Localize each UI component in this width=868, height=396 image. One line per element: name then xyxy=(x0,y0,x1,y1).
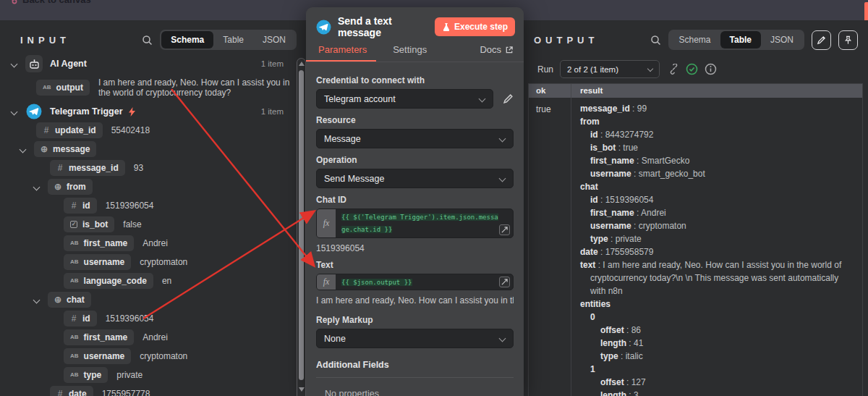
schema-field-row[interactable]: #date1755957778 xyxy=(0,384,297,396)
reply-markup-value: None xyxy=(324,334,346,344)
field-pill[interactable]: ABoutput xyxy=(36,80,90,96)
schema-field-row[interactable]: ABtypeprivate xyxy=(0,366,297,384)
text-label: Text xyxy=(316,260,514,270)
output-tab-schema[interactable]: Schema xyxy=(670,31,720,49)
schema-field-row[interactable]: #id1519396054 xyxy=(0,309,297,328)
flask-icon xyxy=(442,22,451,32)
field-pill[interactable]: ABlanguage_code xyxy=(64,273,153,289)
field-pill[interactable]: ABfirst_name xyxy=(64,235,134,251)
scroll-down-arrow[interactable] xyxy=(299,387,305,392)
field-value: 55402418 xyxy=(111,125,150,135)
result-key: date xyxy=(580,247,598,257)
credential-select[interactable]: Telegram account xyxy=(316,89,493,109)
schema-node-row[interactable]: Telegram Trigger1 item xyxy=(0,102,297,121)
field-pill[interactable]: ABfirst_name xyxy=(64,329,134,345)
output-tab-table[interactable]: Table xyxy=(720,31,761,49)
field-pill[interactable]: ABusername xyxy=(64,254,131,270)
chevron-down-icon[interactable] xyxy=(11,108,18,115)
result-field-row: username : cryptomaton xyxy=(580,219,855,232)
chevron-down-icon xyxy=(499,175,506,182)
field-pill[interactable]: #id xyxy=(64,311,97,327)
chevron-down-icon[interactable] xyxy=(20,146,27,153)
field-pill[interactable]: ✓is_bot xyxy=(64,216,114,232)
schema-field-row[interactable]: ABlanguage_codeen xyxy=(0,271,297,290)
operation-value: Send Message xyxy=(324,174,384,184)
chat-id-expression-input[interactable]: fx {{ $('Telegram Trigger').item.json.me… xyxy=(316,208,514,238)
result-key: 0 xyxy=(590,312,595,322)
chevron-down-icon[interactable] xyxy=(33,183,41,190)
scroll-up-arrow[interactable] xyxy=(299,62,305,66)
field-pill[interactable]: ABusername xyxy=(64,348,131,364)
schema-field-row[interactable]: ABfirst_nameAndrei xyxy=(0,234,297,253)
input-tab-schema[interactable]: Schema xyxy=(161,31,213,49)
field-pill[interactable]: ⊕from xyxy=(48,179,93,195)
field-key: message_id xyxy=(69,163,119,173)
expand-expression-icon[interactable] xyxy=(499,277,510,287)
result-key: is_bot xyxy=(590,143,616,153)
schema-field-row[interactable]: #update_id55402418 xyxy=(0,121,297,140)
text-expression-input[interactable]: fx {{ $json.output }} xyxy=(316,274,514,290)
schema-field-row[interactable]: #id1519396054 xyxy=(0,196,297,215)
info-icon[interactable] xyxy=(705,63,717,75)
input-tab-table[interactable]: Table xyxy=(213,31,253,49)
field-pill[interactable]: ⊕message xyxy=(34,141,96,157)
tab-settings[interactable]: Settings xyxy=(393,44,427,62)
back-to-canvas-label: Back to canvas xyxy=(22,0,91,5)
schema-field-row[interactable]: ⊕chat xyxy=(0,290,297,309)
run-select[interactable]: 2 of 2 (1 item) xyxy=(560,60,660,78)
result-key: chat xyxy=(580,182,598,192)
schema-field-row[interactable]: ⊕from xyxy=(0,177,297,196)
field-pill[interactable]: ⊕chat xyxy=(48,292,91,308)
edit-output-button[interactable] xyxy=(812,30,831,50)
result-key: id xyxy=(590,195,598,205)
number-type-icon: # xyxy=(56,389,64,396)
chevron-down-icon xyxy=(479,96,486,103)
edit-credential-button[interactable] xyxy=(503,93,514,104)
field-key: output xyxy=(56,83,83,93)
result-field-row: 1 xyxy=(580,363,855,376)
run-selector-row: Run 2 of 2 (1 item) xyxy=(524,50,868,78)
scrollbar-thumb[interactable] xyxy=(299,70,304,380)
node-name: AI Agent xyxy=(50,59,87,69)
telegram-icon xyxy=(25,103,43,120)
chevron-down-icon[interactable] xyxy=(33,296,41,303)
field-pill[interactable]: #message_id xyxy=(50,160,125,176)
schema-field-row[interactable]: ABfirst_nameAndrei xyxy=(0,328,297,347)
expand-expression-icon[interactable] xyxy=(499,224,510,235)
schema-node-row[interactable]: AI Agent1 item xyxy=(0,54,297,73)
result-field-row: offset : 127 xyxy=(580,376,855,389)
chevron-down-icon[interactable] xyxy=(11,60,18,67)
search-icon[interactable] xyxy=(142,35,153,46)
tab-parameters[interactable]: Parameters xyxy=(318,44,367,62)
output-tab-json[interactable]: JSON xyxy=(761,31,803,49)
schema-field-row[interactable]: ABusernamecryptomaton xyxy=(0,347,297,366)
chevron-down-icon xyxy=(647,66,653,72)
schema-field-row[interactable]: ABoutputI am here and ready, Neo. How ca… xyxy=(0,73,297,102)
text-expression[interactable]: {{ $json.output }} xyxy=(341,279,412,286)
chat-id-expression[interactable]: {{ $('Telegram Trigger').item.json.messa… xyxy=(341,214,498,233)
search-icon[interactable] xyxy=(650,35,661,46)
input-tab-json[interactable]: JSON xyxy=(253,31,295,49)
execute-step-button[interactable]: Execute step xyxy=(435,17,515,36)
pin-data-button[interactable] xyxy=(838,30,858,50)
result-key: type xyxy=(600,351,618,361)
run-select-value: 2 of 2 (1 item) xyxy=(567,65,618,74)
schema-field-row[interactable]: ABusernamecryptomaton xyxy=(0,253,297,271)
schema-field-row[interactable]: ⊕message xyxy=(0,140,297,159)
field-pill[interactable]: #date xyxy=(50,386,93,396)
node-settings-modal: Send a text message Execute step Paramet… xyxy=(306,7,524,396)
reply-markup-select[interactable]: None xyxy=(316,329,514,348)
operation-select[interactable]: Send Message xyxy=(316,169,514,188)
field-pill[interactable]: ABtype xyxy=(64,367,108,383)
output-view-tabs: SchemaTableJSON xyxy=(668,30,805,50)
schema-field-row[interactable]: #message_id93 xyxy=(0,159,297,177)
field-pill[interactable]: #id xyxy=(64,198,97,214)
resource-select[interactable]: Message xyxy=(316,129,514,148)
back-to-canvas-button[interactable]: Back to canvas xyxy=(6,0,91,5)
field-pill[interactable]: #update_id xyxy=(36,122,103,138)
docs-link[interactable]: Docs xyxy=(480,44,514,62)
schema-field-row[interactable]: ✓is_botfalse xyxy=(0,215,297,234)
result-field-row: is_bot : true xyxy=(580,141,855,154)
link-run-icon[interactable] xyxy=(668,64,679,75)
input-scrollbar[interactable] xyxy=(297,58,306,396)
